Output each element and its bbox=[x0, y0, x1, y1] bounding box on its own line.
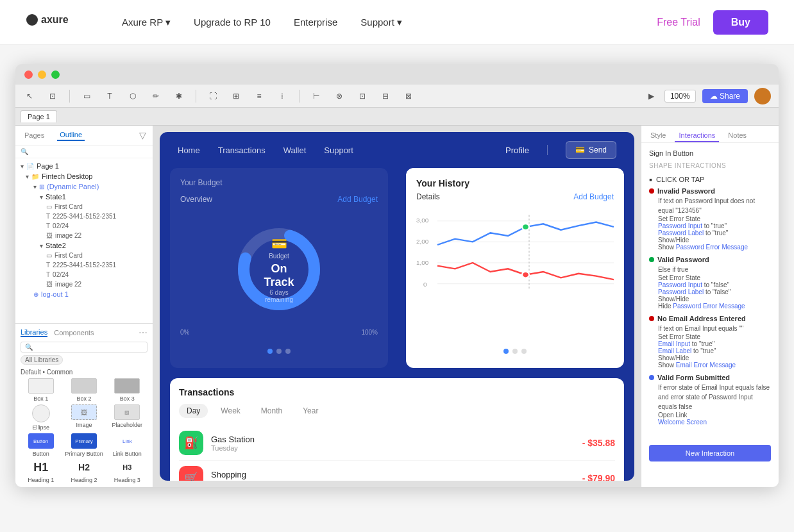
budget-remaining: 6 days remaining bbox=[255, 288, 303, 303]
fintech-support[interactable]: Support bbox=[324, 145, 353, 155]
lib-link-button[interactable]: Link Link Button bbox=[107, 433, 148, 457]
tree-logout[interactable]: ⊕ log-out 1 bbox=[15, 289, 153, 299]
tree-image-1[interactable]: 🖼 image 22 bbox=[15, 231, 153, 240]
fintech-wallet[interactable]: Wallet bbox=[283, 145, 307, 155]
shape-icon[interactable]: ⬡ bbox=[126, 91, 139, 101]
lib-h1[interactable]: H1 Heading 1 bbox=[21, 460, 61, 483]
nav-support[interactable]: Support ▾ bbox=[360, 17, 402, 28]
dot-3[interactable] bbox=[285, 349, 291, 354]
lib-h3[interactable]: H3 Heading 3 bbox=[107, 460, 148, 483]
add-budget-btn[interactable]: Add Budget bbox=[337, 195, 378, 204]
lib-filter-text: Default • Common bbox=[21, 369, 148, 376]
sidebar-search: 🔍 bbox=[15, 145, 153, 158]
play-icon[interactable]: ▶ bbox=[645, 91, 658, 101]
link-icon[interactable]: ⊢ bbox=[310, 91, 323, 101]
tree-state2[interactable]: ▾ State2 bbox=[15, 240, 153, 251]
tab-week[interactable]: Week bbox=[213, 404, 248, 418]
lib-ellipse[interactable]: Ellipse bbox=[21, 404, 61, 431]
center-canvas[interactable]: Home Transactions Wallet Support Profile… bbox=[153, 126, 641, 487]
lib-primary-button[interactable]: Primary Primary Button bbox=[63, 433, 104, 457]
align-icon[interactable]: ≡ bbox=[253, 91, 266, 101]
share-button[interactable]: ☁ Share bbox=[702, 89, 748, 103]
style-tab[interactable]: Style bbox=[646, 129, 670, 142]
hist-dot-1[interactable] bbox=[503, 349, 509, 354]
tree-date-1[interactable]: T 02/24 bbox=[15, 221, 153, 231]
cloud-icon: ☁ bbox=[710, 92, 718, 101]
shopping-day: Monday bbox=[211, 479, 575, 481]
connector-icon[interactable]: ✱ bbox=[173, 91, 185, 101]
group-icon[interactable]: ⊟ bbox=[379, 91, 392, 101]
invalid-dot bbox=[649, 188, 654, 194]
text-icon[interactable]: T bbox=[103, 91, 116, 101]
tree-page1[interactable]: ▾ 📄 Page 1 bbox=[15, 161, 153, 171]
fintech-profile[interactable]: Profile bbox=[505, 145, 529, 155]
tree-first-card-2[interactable]: ▭ First Card bbox=[15, 251, 153, 260]
shopping-icon: 🛒 bbox=[179, 466, 203, 481]
lib-box1[interactable]: Box 1 bbox=[21, 378, 61, 402]
new-interaction-button[interactable]: New Interaction bbox=[649, 445, 771, 461]
right-panel: Style Interactions Notes Sign In Button … bbox=[641, 126, 779, 487]
filter-icon[interactable]: ▽ bbox=[139, 130, 146, 140]
nav-upgrade[interactable]: Upgrade to RP 10 bbox=[194, 17, 271, 28]
tree-card-number-1[interactable]: T 2225-3441-5152-2351 bbox=[15, 212, 153, 221]
tree-dynamic-panel[interactable]: ▾ ⊞ (Dynamic Panel) bbox=[15, 181, 153, 192]
tab-month[interactable]: Month bbox=[253, 404, 290, 418]
tree-first-card-1[interactable]: ▭ First Card bbox=[15, 202, 153, 212]
libraries-tab[interactable]: Libraries bbox=[21, 328, 47, 337]
dot-2[interactable] bbox=[276, 349, 282, 354]
fullscreen-icon[interactable]: ⛶ bbox=[207, 91, 219, 101]
h1-shape: H1 bbox=[28, 460, 54, 475]
tree-image-2[interactable]: 🖼 image 22 bbox=[15, 279, 153, 289]
lib-box3[interactable]: Box 3 bbox=[107, 378, 148, 402]
ungroup-icon[interactable]: ⊠ bbox=[402, 91, 415, 101]
pages-tab[interactable]: Pages bbox=[22, 130, 47, 140]
page-tab[interactable]: Page 1 bbox=[21, 110, 57, 122]
lib-h2[interactable]: H2 Heading 2 bbox=[63, 460, 104, 483]
right-tabs: Style Interactions Notes bbox=[641, 126, 779, 143]
outline-tab[interactable]: Outline bbox=[57, 129, 85, 141]
minimize-dot[interactable] bbox=[38, 71, 46, 79]
widget-icon[interactable]: ⊡ bbox=[356, 91, 369, 101]
cursor-icon[interactable]: ↖ bbox=[23, 91, 36, 101]
free-trial-link[interactable]: Free Trial bbox=[657, 17, 700, 28]
tree-state1[interactable]: ▾ State1 bbox=[15, 192, 153, 202]
send-button[interactable]: 💳 Send bbox=[566, 141, 616, 159]
anchor-icon[interactable]: ⊗ bbox=[333, 91, 346, 101]
hist-dot-3[interactable] bbox=[521, 349, 527, 354]
distribute-icon[interactable]: ⁞ bbox=[276, 91, 289, 101]
tree-date-2[interactable]: T 02/24 bbox=[15, 270, 153, 279]
interactions-tab[interactable]: Interactions bbox=[675, 129, 719, 142]
lib-box2[interactable]: Box 2 bbox=[63, 378, 104, 402]
lib-placeholder[interactable]: ▨ Placeholder bbox=[107, 404, 148, 431]
fintech-transactions[interactable]: Transactions bbox=[218, 145, 266, 155]
dot-1[interactable] bbox=[267, 349, 273, 354]
rect-icon[interactable]: ▭ bbox=[80, 91, 93, 101]
lib-search: 🔍 bbox=[21, 342, 148, 353]
pen-icon[interactable]: ✏ bbox=[149, 91, 162, 101]
components-tab[interactable]: Components bbox=[54, 329, 94, 337]
maximize-dot[interactable] bbox=[51, 71, 60, 79]
tree-fintech-desktop[interactable]: ▾ 📁 Fintech Desktop bbox=[15, 171, 153, 181]
hist-dot-2[interactable] bbox=[512, 349, 518, 354]
tab-year[interactable]: Year bbox=[295, 404, 326, 418]
notes-tab[interactable]: Notes bbox=[724, 129, 750, 142]
valid-form-block: Valid Form Submitted If error state of E… bbox=[649, 374, 771, 426]
tab-day[interactable]: Day bbox=[179, 404, 208, 418]
nav-enterprise[interactable]: Enterprise bbox=[294, 17, 337, 28]
lib-button[interactable]: Button Button bbox=[21, 433, 61, 457]
lib-image[interactable]: 🖼 Image bbox=[63, 404, 104, 431]
buy-button[interactable]: Buy bbox=[713, 10, 768, 35]
lib-menu-icon[interactable]: ⋯ bbox=[139, 328, 148, 338]
nav-axure-rp[interactable]: Axure RP ▾ bbox=[122, 17, 171, 28]
user-avatar[interactable] bbox=[754, 88, 771, 104]
tree-card-number-2[interactable]: T 2225-3441-5152-2351 bbox=[15, 260, 153, 270]
crop-icon[interactable]: ⊡ bbox=[46, 91, 59, 101]
zoom-level[interactable]: 100% bbox=[664, 90, 696, 103]
donut-chart: 💳 Budget On Track 6 days remaining bbox=[231, 221, 327, 317]
ellipse-shape bbox=[32, 404, 50, 422]
preview-icon[interactable]: ⊞ bbox=[230, 91, 242, 101]
history-add-budget[interactable]: Add Budget bbox=[573, 192, 614, 201]
filter-all-badge[interactable]: All Libraries bbox=[21, 355, 63, 365]
close-dot[interactable] bbox=[24, 71, 33, 79]
fintech-home[interactable]: Home bbox=[178, 145, 200, 155]
